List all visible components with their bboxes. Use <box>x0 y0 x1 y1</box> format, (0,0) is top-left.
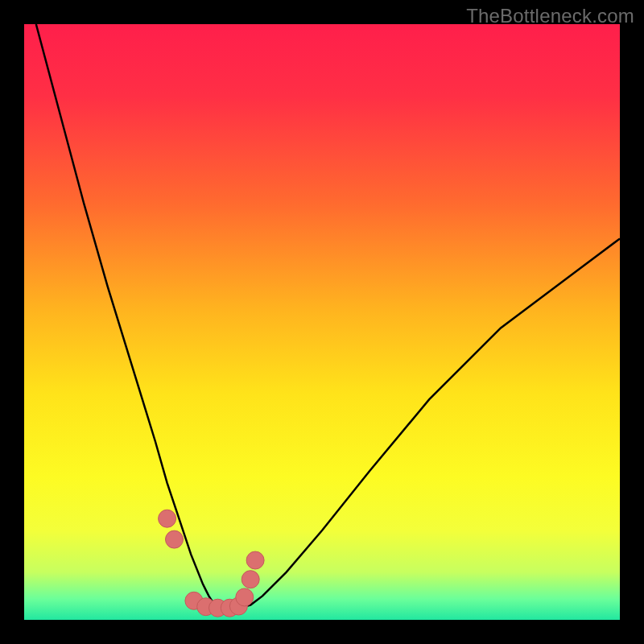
marker-point <box>242 571 259 588</box>
plot-area <box>24 24 620 620</box>
marker-point <box>166 530 184 548</box>
marker-point <box>236 588 254 606</box>
watermark-text: TheBottleneck.com <box>466 5 634 27</box>
chart-frame: TheBottleneck.com <box>0 0 644 644</box>
marker-point <box>159 510 176 527</box>
background-gradient <box>24 24 620 620</box>
marker-point <box>246 551 264 569</box>
